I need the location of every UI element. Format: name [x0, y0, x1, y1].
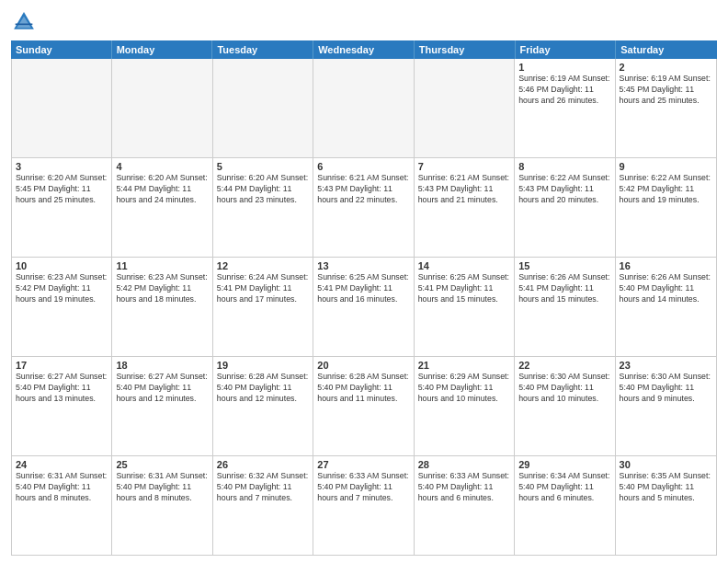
cal-cell: 3Sunrise: 6:20 AM Sunset: 5:45 PM Daylig… [12, 158, 112, 257]
cal-cell: 10Sunrise: 6:23 AM Sunset: 5:42 PM Dayli… [12, 258, 112, 356]
cell-info: Sunrise: 6:19 AM Sunset: 5:46 PM Dayligh… [518, 74, 610, 107]
calendar-header: SundayMondayTuesdayWednesdayThursdayFrid… [11, 40, 717, 59]
cell-info: Sunrise: 6:32 AM Sunset: 5:40 PM Dayligh… [217, 471, 309, 504]
cell-info: Sunrise: 6:30 AM Sunset: 5:40 PM Dayligh… [518, 372, 610, 405]
cal-cell: 21Sunrise: 6:29 AM Sunset: 5:40 PM Dayli… [415, 357, 515, 455]
day-number: 3 [16, 161, 108, 172]
day-number: 24 [16, 459, 108, 470]
cal-cell: 22Sunrise: 6:30 AM Sunset: 5:40 PM Dayli… [515, 357, 615, 455]
day-number: 1 [518, 62, 610, 73]
cal-cell: 30Sunrise: 6:35 AM Sunset: 5:40 PM Dayli… [616, 456, 716, 555]
weekday-header-sunday: Sunday [11, 40, 112, 59]
day-number: 30 [620, 459, 712, 470]
day-number: 16 [620, 260, 712, 271]
cell-info: Sunrise: 6:25 AM Sunset: 5:41 PM Dayligh… [317, 272, 409, 305]
cal-cell: 8Sunrise: 6:22 AM Sunset: 5:43 PM Daylig… [515, 158, 615, 257]
cell-info: Sunrise: 6:27 AM Sunset: 5:40 PM Dayligh… [116, 372, 208, 405]
week-row-2: 3Sunrise: 6:20 AM Sunset: 5:45 PM Daylig… [12, 158, 716, 258]
day-number: 21 [418, 360, 510, 371]
day-number: 29 [518, 459, 610, 470]
main-container: SundayMondayTuesdayWednesdayThursdayFrid… [0, 0, 728, 563]
cal-cell: 6Sunrise: 6:21 AM Sunset: 5:43 PM Daylig… [313, 158, 414, 257]
day-number: 19 [217, 360, 309, 371]
day-number: 8 [518, 161, 610, 172]
cal-cell [313, 59, 414, 157]
week-row-1: 1Sunrise: 6:19 AM Sunset: 5:46 PM Daylig… [12, 59, 716, 158]
cal-cell: 7Sunrise: 6:21 AM Sunset: 5:43 PM Daylig… [415, 158, 515, 257]
day-number: 15 [518, 260, 610, 271]
cal-cell: 4Sunrise: 6:20 AM Sunset: 5:44 PM Daylig… [112, 158, 212, 257]
cell-info: Sunrise: 6:21 AM Sunset: 5:43 PM Dayligh… [317, 173, 409, 206]
cal-cell: 18Sunrise: 6:27 AM Sunset: 5:40 PM Dayli… [112, 357, 212, 455]
day-number: 25 [116, 459, 208, 470]
cell-info: Sunrise: 6:29 AM Sunset: 5:40 PM Dayligh… [418, 372, 510, 405]
cell-info: Sunrise: 6:28 AM Sunset: 5:40 PM Dayligh… [317, 372, 409, 405]
day-number: 28 [418, 459, 510, 470]
cell-info: Sunrise: 6:33 AM Sunset: 5:40 PM Dayligh… [317, 471, 409, 504]
day-number: 20 [317, 360, 409, 371]
day-number: 5 [217, 161, 309, 172]
weekday-header-friday: Friday [516, 40, 617, 59]
week-row-5: 24Sunrise: 6:31 AM Sunset: 5:40 PM Dayli… [12, 456, 716, 555]
cal-cell: 19Sunrise: 6:28 AM Sunset: 5:40 PM Dayli… [213, 357, 313, 455]
day-number: 10 [16, 260, 108, 271]
cell-info: Sunrise: 6:30 AM Sunset: 5:40 PM Dayligh… [620, 372, 712, 405]
calendar-body: 1Sunrise: 6:19 AM Sunset: 5:46 PM Daylig… [11, 59, 717, 556]
day-number: 4 [116, 161, 208, 172]
day-number: 17 [16, 360, 108, 371]
cal-cell [112, 59, 212, 157]
day-number: 6 [317, 161, 409, 172]
header [11, 9, 717, 35]
cell-info: Sunrise: 6:23 AM Sunset: 5:42 PM Dayligh… [116, 272, 208, 305]
weekday-header-thursday: Thursday [415, 40, 516, 59]
cell-info: Sunrise: 6:20 AM Sunset: 5:45 PM Dayligh… [16, 173, 108, 206]
cell-info: Sunrise: 6:35 AM Sunset: 5:40 PM Dayligh… [620, 471, 712, 504]
cell-info: Sunrise: 6:24 AM Sunset: 5:41 PM Dayligh… [217, 272, 309, 305]
cal-cell: 20Sunrise: 6:28 AM Sunset: 5:40 PM Dayli… [313, 357, 414, 455]
cell-info: Sunrise: 6:26 AM Sunset: 5:40 PM Dayligh… [620, 272, 712, 305]
cal-cell: 17Sunrise: 6:27 AM Sunset: 5:40 PM Dayli… [12, 357, 112, 455]
cell-info: Sunrise: 6:20 AM Sunset: 5:44 PM Dayligh… [116, 173, 208, 206]
day-number: 22 [518, 360, 610, 371]
cal-cell: 24Sunrise: 6:31 AM Sunset: 5:40 PM Dayli… [12, 456, 112, 555]
cell-info: Sunrise: 6:23 AM Sunset: 5:42 PM Dayligh… [16, 272, 108, 305]
weekday-header-tuesday: Tuesday [212, 40, 313, 59]
cal-cell: 16Sunrise: 6:26 AM Sunset: 5:40 PM Dayli… [616, 258, 716, 356]
svg-rect-2 [16, 24, 33, 26]
week-row-3: 10Sunrise: 6:23 AM Sunset: 5:42 PM Dayli… [12, 258, 716, 357]
day-number: 26 [217, 459, 309, 470]
cal-cell [415, 59, 515, 157]
cal-cell: 14Sunrise: 6:25 AM Sunset: 5:41 PM Dayli… [415, 258, 515, 356]
cal-cell: 25Sunrise: 6:31 AM Sunset: 5:40 PM Dayli… [112, 456, 212, 555]
day-number: 12 [217, 260, 309, 271]
weekday-header-monday: Monday [112, 40, 213, 59]
cal-cell: 26Sunrise: 6:32 AM Sunset: 5:40 PM Dayli… [213, 456, 313, 555]
cell-info: Sunrise: 6:27 AM Sunset: 5:40 PM Dayligh… [16, 372, 108, 405]
cal-cell: 11Sunrise: 6:23 AM Sunset: 5:42 PM Dayli… [112, 258, 212, 356]
day-number: 9 [620, 161, 712, 172]
day-number: 18 [116, 360, 208, 371]
cell-info: Sunrise: 6:26 AM Sunset: 5:41 PM Dayligh… [518, 272, 610, 305]
weekday-header-wednesday: Wednesday [313, 40, 415, 59]
cell-info: Sunrise: 6:20 AM Sunset: 5:44 PM Dayligh… [217, 173, 309, 206]
logo [11, 9, 40, 35]
cell-info: Sunrise: 6:21 AM Sunset: 5:43 PM Dayligh… [418, 173, 510, 206]
day-number: 23 [620, 360, 712, 371]
cell-info: Sunrise: 6:25 AM Sunset: 5:41 PM Dayligh… [418, 272, 510, 305]
cal-cell: 1Sunrise: 6:19 AM Sunset: 5:46 PM Daylig… [515, 59, 615, 157]
day-number: 13 [317, 260, 409, 271]
cal-cell: 28Sunrise: 6:33 AM Sunset: 5:40 PM Dayli… [415, 456, 515, 555]
cell-info: Sunrise: 6:31 AM Sunset: 5:40 PM Dayligh… [16, 471, 108, 504]
cell-info: Sunrise: 6:33 AM Sunset: 5:40 PM Dayligh… [418, 471, 510, 504]
cal-cell [12, 59, 112, 157]
day-number: 27 [317, 459, 409, 470]
day-number: 7 [418, 161, 510, 172]
weekday-header-saturday: Saturday [616, 40, 717, 59]
cal-cell: 9Sunrise: 6:22 AM Sunset: 5:42 PM Daylig… [616, 158, 716, 257]
cell-info: Sunrise: 6:34 AM Sunset: 5:40 PM Dayligh… [518, 471, 610, 504]
cell-info: Sunrise: 6:19 AM Sunset: 5:45 PM Dayligh… [620, 74, 712, 107]
cal-cell: 23Sunrise: 6:30 AM Sunset: 5:40 PM Dayli… [616, 357, 716, 455]
cell-info: Sunrise: 6:28 AM Sunset: 5:40 PM Dayligh… [217, 372, 309, 405]
day-number: 11 [116, 260, 208, 271]
cell-info: Sunrise: 6:31 AM Sunset: 5:40 PM Dayligh… [116, 471, 208, 504]
